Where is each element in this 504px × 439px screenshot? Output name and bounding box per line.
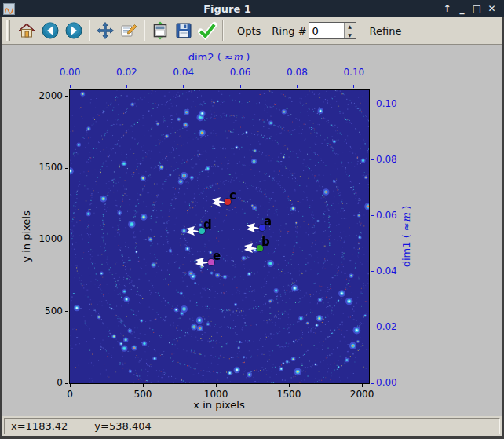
- y-tick: [65, 96, 68, 97]
- pan-button[interactable]: [93, 19, 117, 42]
- right-tick-label: 0.04: [376, 265, 397, 276]
- subplots-button[interactable]: [148, 19, 172, 42]
- home-icon: [17, 21, 36, 40]
- x-tick-label: 500: [119, 389, 166, 400]
- right-tick: [371, 271, 374, 272]
- right-tick-label: 0.06: [376, 210, 397, 221]
- right-axis-label: dim1 ( ≈m ): [400, 206, 412, 268]
- y-tick: [65, 168, 68, 169]
- y-tick: [65, 311, 68, 312]
- title-bar[interactable]: Figure 1 ↑ _ □ ✕: [0, 0, 504, 17]
- top-tick-label: 0.08: [273, 67, 320, 78]
- y-tick-label: 1000: [30, 233, 63, 244]
- top-tick: [353, 85, 354, 88]
- status-bar: x=1183.42 y=538.404: [2, 416, 502, 436]
- shade-button[interactable]: ↑: [440, 3, 455, 14]
- top-tick-label: 0.04: [160, 67, 207, 78]
- top-tick-label: 0.02: [103, 67, 150, 78]
- save-button[interactable]: [172, 19, 195, 42]
- toolbar-separator: [144, 20, 145, 41]
- top-tick: [297, 85, 298, 88]
- y-tick: [65, 240, 68, 240]
- top-tick-label: 0.10: [331, 67, 378, 78]
- bottom-axis-label: x in pixels: [193, 399, 244, 411]
- diffraction-image-canvas[interactable]: [70, 90, 369, 383]
- top-tick-label: 0.00: [46, 67, 93, 78]
- x-tick-label: 1500: [265, 389, 312, 400]
- top-tick: [126, 85, 127, 88]
- maximize-button[interactable]: □: [469, 3, 484, 14]
- arrow-left-icon: [41, 21, 60, 40]
- x-tick: [362, 384, 363, 387]
- y-tick-label: 500: [30, 305, 63, 316]
- right-tick: [371, 104, 374, 104]
- arrow-right-icon: [64, 21, 83, 40]
- ring-number-spinbox[interactable]: ▲ ▼: [309, 22, 356, 39]
- figure-area: abcde dim2 ( ≈m ) x in pixels y in pixel…: [2, 44, 502, 416]
- ring-number-input[interactable]: [309, 23, 344, 38]
- window-title: Figure 1: [15, 3, 440, 15]
- right-tick-label: 0.08: [376, 154, 397, 165]
- right-tick-label: 0.10: [376, 98, 397, 109]
- ring-number-label: Ring #: [266, 25, 308, 37]
- apply-button[interactable]: [195, 19, 219, 42]
- top-tick: [240, 85, 241, 88]
- check-icon: [198, 21, 217, 40]
- back-button[interactable]: [38, 19, 62, 42]
- minimize-button[interactable]: _: [455, 3, 469, 14]
- top-axis-label: dim2 ( ≈m ): [188, 51, 250, 63]
- x-tick: [70, 384, 71, 387]
- configure-subplots-icon: [151, 21, 170, 40]
- notepad-pencil-icon: [119, 21, 138, 40]
- x-tick: [289, 384, 290, 387]
- y-tick-label: 2000: [30, 90, 63, 101]
- move-icon: [96, 21, 115, 40]
- opts-button[interactable]: Opts: [232, 25, 266, 37]
- cursor-x-coordinate: x=1183.42: [11, 420, 68, 432]
- top-tick-label: 0.06: [217, 67, 264, 78]
- top-tick: [70, 85, 71, 88]
- figure-window: Figure 1 ↑ _ □ ✕: [0, 0, 504, 439]
- x-tick: [216, 384, 217, 387]
- forward-button[interactable]: [62, 19, 86, 42]
- right-tick: [371, 215, 374, 216]
- x-tick-label: 0: [46, 389, 93, 400]
- matplotlib-logo-icon: [3, 3, 15, 15]
- y-tick: [65, 383, 68, 384]
- refine-button[interactable]: Refine: [364, 25, 407, 37]
- x-tick-label: 1000: [192, 389, 239, 400]
- y-tick-label: 1500: [30, 162, 63, 173]
- edit-button[interactable]: [117, 19, 141, 42]
- plot-axes: abcde: [69, 89, 370, 384]
- toolbar-separator: [89, 20, 90, 41]
- x-tick: [143, 384, 144, 387]
- right-tick-label: 0.02: [376, 321, 397, 332]
- floppy-disk-icon: [174, 21, 193, 40]
- left-axis-label: y in pixels: [20, 210, 32, 262]
- toolbar: Opts Ring # ▲ ▼ Refine: [2, 17, 502, 44]
- toolbar-separator: [222, 20, 224, 41]
- spin-down-icon[interactable]: ▼: [345, 31, 356, 39]
- spin-up-icon[interactable]: ▲: [345, 23, 356, 31]
- right-tick: [371, 327, 374, 327]
- x-tick-label: 2000: [338, 389, 385, 400]
- close-button[interactable]: ✕: [484, 3, 499, 14]
- right-tick: [371, 159, 374, 160]
- y-tick-label: 0: [30, 377, 63, 388]
- home-button[interactable]: [15, 19, 38, 42]
- right-tick-label: 0.00: [376, 377, 397, 388]
- top-tick: [183, 85, 184, 88]
- right-tick: [371, 383, 374, 384]
- cursor-y-coordinate: y=538.404: [94, 420, 151, 432]
- toolbar-grip[interactable]: [6, 20, 10, 41]
